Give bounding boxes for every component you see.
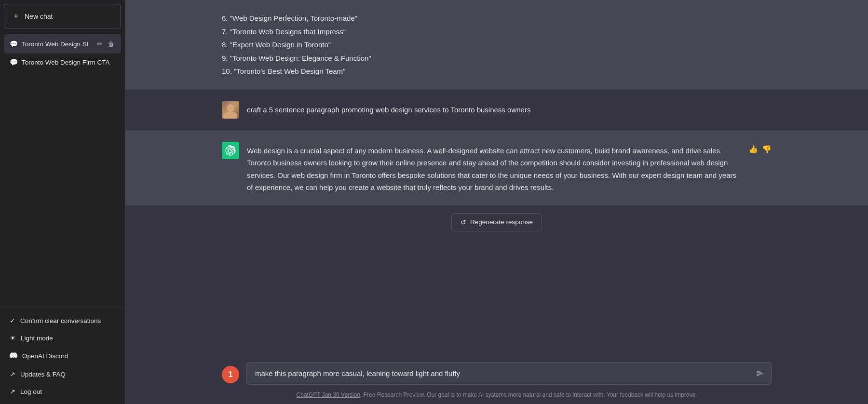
sidebar-item-updates-faq[interactable]: ↗ Updates & FAQ [4,365,121,383]
thumbs-up-icon[interactable]: 👍 [748,145,758,154]
sidebar-item-confirm-clear[interactable]: ✓ Confirm clear conversations [4,312,121,329]
thumbs-down-icon[interactable]: 👎 [762,145,772,154]
discord-icon [10,351,17,361]
list-item: 9. "Toronto Web Design: Elegance & Funct… [222,52,772,65]
footer-suffix: . Free Research Preview. Our goal is to … [360,391,697,398]
ai-response-text: Web design is a crucial aspect of any mo… [247,142,741,194]
external-link-icon: ↗ [10,370,15,378]
list-text: "Toronto Web Design: Elegance & Function… [230,54,371,62]
list-num: 7. [222,27,228,36]
list-num: 9. [222,54,228,62]
openai-logo-icon [225,145,236,156]
sidebar: ＋ New chat 💬 Toronto Web Design Sl ✏ 🗑 💬… [0,0,125,404]
new-chat-button[interactable]: ＋ New chat [4,4,121,28]
input-area: 1 ChatGPT Jan 30 Version. Free Research … [125,356,868,404]
edit-icon[interactable]: ✏ [96,39,104,49]
sidebar-bottom-label: Log out [20,388,42,395]
chat-messages: 6. "Web Design Perfection, Toronto-made"… [125,0,868,356]
regenerate-area: ↺ Regenerate response [125,205,868,235]
regenerate-button[interactable]: ↺ Regenerate response [451,213,542,231]
list-num: 10. [222,67,232,75]
new-chat-label: New chat [25,13,53,20]
footer-version-link[interactable]: ChatGPT Jan 30 Version [297,391,361,398]
send-button[interactable] [754,367,766,381]
sidebar-item-log-out[interactable]: ↗ Log out [4,383,121,400]
sidebar-bottom-label: OpenAI Discord [22,352,68,360]
plus-icon: ＋ [12,11,20,21]
ai-message-block: Web design is a crucial aspect of any mo… [125,130,868,205]
list-text: "Toronto's Best Web Design Team" [234,67,345,75]
user-number-badge: 1 [222,366,239,383]
list-item: 7. "Toronto Web Designs that Impress" [222,25,772,39]
ai-feedback-buttons: 👍 👎 [748,142,772,154]
list-item: 10. "Toronto's Best Web Design Team" [222,65,772,78]
list-item: 8. "Expert Web Design in Toronto" [222,38,772,52]
numbered-list: 6. "Web Design Perfection, Toronto-made"… [222,12,772,78]
list-item: 6. "Web Design Perfection, Toronto-made" [222,12,772,25]
regenerate-label: Regenerate response [470,218,533,226]
send-icon [756,369,764,377]
list-text: "Web Design Perfection, Toronto-made" [230,14,357,22]
sidebar-bottom-label: Light mode [21,335,53,342]
sidebar-item-toronto-web-design-sl[interactable]: 💬 Toronto Web Design Sl ✏ 🗑 [4,34,121,54]
list-num: 8. [222,40,228,49]
list-num: 6. [222,14,228,22]
sidebar-bottom-label: Updates & FAQ [20,371,66,378]
sidebar-item-openai-discord[interactable]: OpenAI Discord [4,347,121,365]
main-content: 6. "Web Design Perfection, Toronto-made"… [125,0,868,404]
chat-item-label: Toronto Web Design Firm CTA [22,59,115,66]
user-message-block: craft a 5 sentence paragraph promoting w… [125,90,868,130]
chat-item-actions: ✏ 🗑 [96,39,115,49]
sun-icon: ☀ [10,334,16,342]
user-badge-number: 1 [229,370,233,379]
list-text: "Expert Web Design in Toronto" [230,40,331,49]
sidebar-item-light-mode[interactable]: ☀ Light mode [4,329,121,347]
sidebar-bottom-label: Confirm clear conversations [20,317,101,324]
sidebar-item-toronto-web-design-firm[interactable]: 💬 Toronto Web Design Firm CTA [4,54,121,71]
chat-item-label: Toronto Web Design Sl [22,40,92,48]
user-message-text: craft a 5 sentence paragraph promoting w… [247,101,530,116]
chat-icon: 💬 [10,40,18,48]
input-wrapper [246,362,772,387]
numbered-list-block: 6. "Web Design Perfection, Toronto-made"… [125,0,868,90]
delete-icon[interactable]: 🗑 [107,39,115,49]
ai-avatar [222,142,239,159]
regenerate-icon: ↺ [461,218,466,226]
footer-text: ChatGPT Jan 30 Version. Free Research Pr… [222,387,772,404]
logout-icon: ↗ [10,388,15,395]
chat-list: 💬 Toronto Web Design Sl ✏ 🗑 💬 Toronto We… [0,32,125,308]
message-input[interactable] [246,362,772,385]
list-text: "Toronto Web Designs that Impress" [230,27,346,36]
chat-icon: 💬 [10,58,18,66]
sidebar-bottom: ✓ Confirm clear conversations ☀ Light mo… [0,308,125,404]
input-row: 1 [222,362,772,387]
user-avatar [222,101,239,119]
check-icon: ✓ [10,317,15,324]
